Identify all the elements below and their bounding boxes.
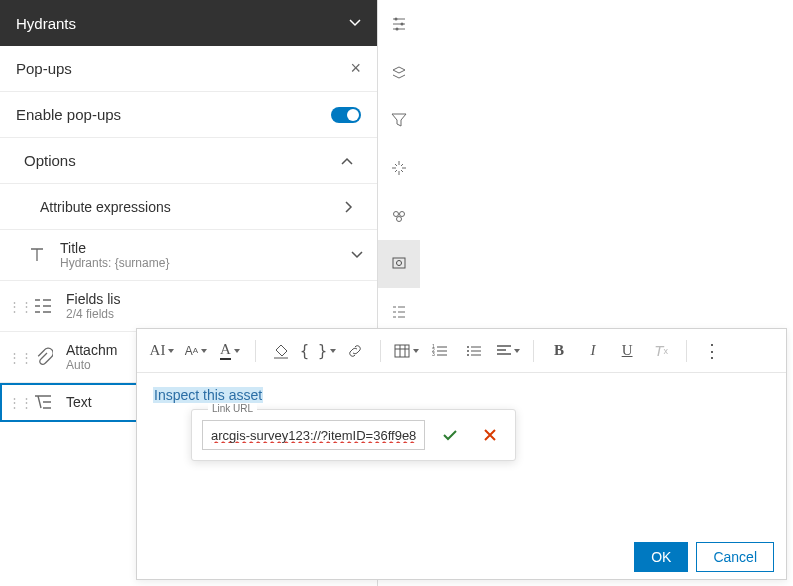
link-confirm-button[interactable]	[435, 420, 465, 450]
svg-point-4	[400, 212, 405, 217]
tb-link[interactable]	[340, 336, 370, 366]
fields-item[interactable]: ⋮⋮ Fields lis 2/4 fields	[0, 281, 377, 332]
tool-sliders[interactable]	[378, 0, 420, 48]
tb-ai[interactable]: AI	[147, 336, 177, 366]
tool-cluster[interactable]	[378, 192, 420, 240]
title-item-sub: Hydrants: {surname}	[60, 256, 341, 270]
drag-handle-icon[interactable]: ⋮⋮	[8, 350, 20, 365]
divider	[686, 340, 687, 362]
cancel-button[interactable]: Cancel	[696, 542, 774, 572]
drag-handle-icon[interactable]: ⋮⋮	[8, 395, 20, 410]
chevron-up-icon	[341, 157, 353, 165]
text-content-icon	[30, 393, 56, 411]
drag-handle-icon[interactable]: ⋮⋮	[8, 299, 20, 314]
title-icon	[24, 245, 50, 265]
tb-bold[interactable]: B	[544, 336, 574, 366]
link-cancel-button[interactable]	[475, 420, 505, 450]
svg-point-13	[467, 350, 469, 352]
fields-icon	[30, 297, 56, 315]
svg-point-14	[467, 354, 469, 356]
tb-underline[interactable]: U	[612, 336, 642, 366]
title-item-label: Title	[60, 240, 341, 256]
panel-title: Pop-ups	[16, 60, 72, 77]
editor-toolbar: AI AA A { } 123 B I U Tx ⋮	[137, 329, 786, 373]
svg-point-2	[396, 28, 399, 31]
title-item[interactable]: Title Hydrants: {surname}	[0, 230, 377, 281]
svg-point-3	[394, 212, 399, 217]
attribute-expressions-label: Attribute expressions	[40, 199, 171, 215]
tool-sparkle[interactable]	[378, 144, 420, 192]
tb-fields[interactable]: { }	[300, 336, 336, 366]
svg-point-0	[395, 18, 398, 21]
tool-filter[interactable]	[378, 96, 420, 144]
options-label: Options	[24, 152, 76, 169]
link-url-input[interactable]	[202, 420, 425, 450]
tb-strike[interactable]: Tx	[646, 336, 676, 366]
tool-layer[interactable]	[378, 48, 420, 96]
chevron-right-icon	[345, 201, 353, 213]
ok-button[interactable]: OK	[634, 542, 688, 572]
layer-header[interactable]: Hydrants	[0, 0, 377, 46]
link-popover: Link URL	[191, 409, 516, 461]
fields-item-label: Fields lis	[66, 291, 363, 307]
attachment-icon	[30, 347, 56, 367]
editor-body[interactable]: Inspect this asset Link URL	[137, 373, 786, 533]
tb-italic[interactable]: I	[578, 336, 608, 366]
tb-align[interactable]	[493, 336, 523, 366]
enable-popups-row: Enable pop-ups	[0, 92, 377, 138]
options-row[interactable]: Options	[0, 138, 377, 184]
tool-popup-config[interactable]	[378, 240, 420, 288]
popups-header: Pop-ups ×	[0, 46, 377, 92]
divider	[380, 340, 381, 362]
svg-rect-6	[393, 258, 405, 268]
svg-point-5	[397, 217, 402, 222]
enable-popups-label: Enable pop-ups	[16, 106, 121, 123]
divider	[255, 340, 256, 362]
attribute-expressions-row[interactable]: Attribute expressions	[0, 184, 377, 230]
svg-text:3: 3	[432, 351, 435, 357]
editor-selected-text: Inspect this asset	[153, 387, 263, 403]
editor-footer: OK Cancel	[137, 533, 786, 581]
svg-point-1	[401, 23, 404, 26]
tb-fontsize[interactable]: AA	[181, 336, 211, 366]
fields-item-sub: 2/4 fields	[66, 307, 363, 321]
text-editor-panel: AI AA A { } 123 B I U Tx ⋮ Inspect this …	[136, 328, 787, 580]
tb-numlist[interactable]: 123	[425, 336, 455, 366]
svg-rect-8	[395, 345, 409, 357]
layer-name: Hydrants	[16, 15, 76, 32]
tb-bulletlist[interactable]	[459, 336, 489, 366]
chevron-down-icon	[351, 251, 363, 259]
tb-fontcolor[interactable]: A	[215, 336, 245, 366]
tb-table[interactable]	[391, 336, 421, 366]
svg-point-12	[467, 346, 469, 348]
tb-clearformat[interactable]	[266, 336, 296, 366]
divider	[533, 340, 534, 362]
svg-point-7	[397, 261, 402, 266]
chevron-down-icon	[349, 19, 361, 27]
close-icon[interactable]: ×	[350, 58, 361, 79]
tb-more[interactable]: ⋮	[697, 336, 727, 366]
enable-popups-toggle[interactable]	[331, 107, 361, 123]
link-url-label: Link URL	[208, 403, 257, 414]
